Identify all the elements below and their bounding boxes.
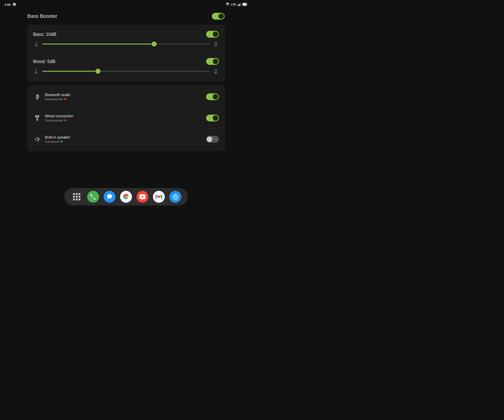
device-divider-1	[33, 107, 219, 108]
speaker-toggle[interactable]	[206, 136, 219, 143]
svg-rect-10	[247, 4, 247, 5]
svg-point-20	[125, 196, 127, 198]
svg-rect-3	[15, 3, 15, 6]
dock	[64, 188, 188, 205]
messages-button[interactable]	[104, 191, 115, 203]
bluetooth-status-dot	[64, 98, 66, 100]
signal-icon	[237, 3, 241, 7]
bluetooth-device-row: Bluetooth audio Disconnected	[33, 90, 219, 104]
audio-devices-card: Bluetooth audio Disconnected	[27, 85, 225, 151]
boost-max-db: dB	[214, 72, 217, 74]
vibrate-icon	[12, 2, 17, 7]
youtube-button[interactable]	[137, 191, 148, 203]
bluetooth-icon	[33, 93, 41, 101]
bass-max-label: 15	[213, 42, 218, 44]
boost-slider-header: Boost: 5dB	[33, 58, 219, 65]
svg-rect-8	[240, 3, 241, 6]
wired-status-text: Disconnected	[45, 119, 63, 122]
speaker-device-status: Connected	[45, 140, 203, 143]
wired-device-info: Wired connection Disconnected	[45, 114, 203, 122]
bass-toggle[interactable]	[206, 31, 219, 38]
boost-label: Boost: 5dB	[33, 59, 55, 64]
wired-status-dot	[64, 119, 66, 121]
bass-track	[42, 44, 210, 44]
wired-device-row: Wired connection Disconnected	[33, 111, 219, 125]
apps-grid-button[interactable]	[71, 191, 83, 203]
svg-rect-7	[240, 4, 240, 6]
svg-rect-13	[35, 115, 36, 118]
status-bar: 2:00 LTE	[0, 0, 252, 8]
bass-booster-toggle[interactable]	[212, 13, 225, 20]
bass-max-db: dB	[214, 44, 217, 47]
wired-device-name: Wired connection	[45, 114, 203, 118]
boost-slider-section: Boost: 5dB 0 dB 15 dB	[33, 57, 219, 77]
bass-booster-section: Bass Booster	[27, 11, 225, 25]
device-divider-2	[33, 128, 219, 129]
boost-slider-container[interactable]	[42, 68, 210, 74]
phone-button[interactable]	[87, 191, 99, 203]
svg-rect-14	[37, 115, 38, 118]
svg-rect-5	[237, 5, 238, 6]
svg-rect-15	[38, 115, 39, 118]
bass-min-label: 0	[34, 42, 39, 44]
bass-slider-section: Bass: 10dB 0 dB 15 dB	[33, 30, 219, 49]
status-left: 2:00	[5, 2, 17, 7]
speaker-status-text: Connected	[45, 140, 59, 143]
sliders-card: Bass: 10dB 0 dB 15 dB	[27, 25, 225, 82]
bluetooth-toggle[interactable]	[206, 93, 219, 100]
gmail-button[interactable]	[153, 191, 165, 203]
bass-thumb[interactable]	[152, 42, 156, 47]
bass-min-db: dB	[35, 44, 38, 47]
boost-track	[42, 71, 210, 72]
settings-button[interactable]	[169, 191, 181, 203]
svg-rect-4	[16, 3, 16, 5]
slider-divider	[33, 53, 219, 54]
svg-rect-2	[14, 2, 15, 6]
speaker-device-info: Built-in speaker Connected	[45, 135, 203, 143]
wired-device-status: Disconnected	[45, 119, 203, 122]
apps-grid-icon	[72, 192, 82, 202]
wired-toggle[interactable]	[206, 114, 219, 121]
svg-point-26	[175, 196, 176, 198]
svg-rect-0	[13, 3, 13, 5]
bass-slider-header: Bass: 10dB	[33, 31, 219, 38]
svg-rect-6	[239, 4, 239, 6]
chrome-button[interactable]	[120, 191, 132, 203]
boost-min-label: 0	[34, 69, 39, 72]
boost-slider-row: 0 dB 15 dB	[33, 68, 219, 74]
svg-point-12	[38, 96, 39, 97]
speaker-device-row: Built-in speaker Connected	[33, 132, 219, 146]
speaker-icon	[33, 135, 41, 143]
clock: 2:00	[5, 3, 11, 6]
status-right: LTE	[226, 3, 247, 7]
speaker-status-dot	[61, 141, 63, 142]
boost-fill	[42, 71, 98, 72]
wired-icon	[33, 114, 41, 122]
bluetooth-device-info: Bluetooth audio Disconnected	[45, 93, 203, 101]
boost-toggle[interactable]	[206, 58, 219, 65]
wifi-icon	[226, 3, 230, 7]
boost-min-db: dB	[35, 72, 38, 74]
speaker-device-name: Built-in speaker	[45, 135, 203, 139]
boost-max-label: 15	[213, 69, 218, 72]
bluetooth-device-status: Disconnected	[45, 97, 203, 101]
svg-point-16	[37, 120, 38, 121]
svg-rect-11	[243, 3, 246, 6]
bass-fill	[42, 44, 154, 44]
main-content: Bass Booster Bass: 10dB 0 dB	[0, 8, 252, 151]
boost-thumb[interactable]	[96, 69, 100, 74]
bass-slider-row: 0 dB 15 dB	[33, 41, 219, 47]
bass-label: Bass: 10dB	[33, 32, 56, 37]
bluetooth-device-name: Bluetooth audio	[45, 93, 203, 97]
svg-rect-1	[13, 3, 14, 6]
lte-label: LTE	[231, 3, 236, 6]
battery-icon	[242, 3, 247, 7]
bass-slider-container[interactable]	[42, 41, 210, 47]
bluetooth-status-text: Disconnected	[45, 97, 63, 101]
bass-booster-title: Bass Booster	[27, 13, 57, 19]
